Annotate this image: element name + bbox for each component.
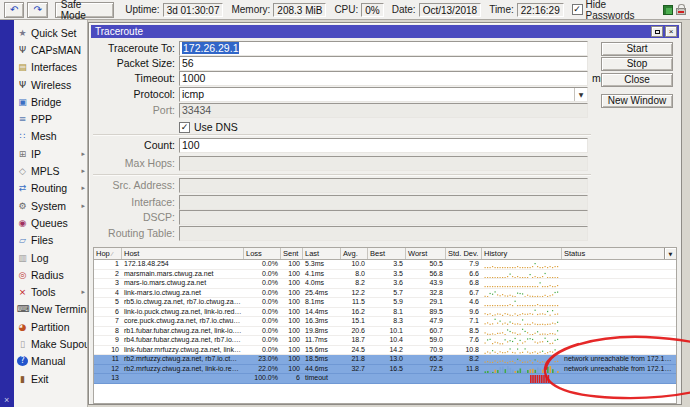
table-row-7[interactable]: 7core.puck.ctwug.za.net, rb7.io.ctwug.za… bbox=[94, 317, 676, 327]
table-row-6[interactable]: 6link-io.puck.ctwug.za.net, link-io.rede… bbox=[94, 308, 676, 318]
cell-host: marsmain.mars.ctwug.za.net bbox=[122, 270, 244, 279]
table-header: Hop∕HostLossSentLastAvg.BestWorstStd. De… bbox=[94, 248, 676, 260]
sidebar-item-ppp[interactable]: ≡PPP bbox=[14, 110, 87, 127]
use-dns-checkbox[interactable]: ✓ bbox=[179, 122, 190, 133]
new-window-button[interactable]: New Window bbox=[601, 94, 673, 108]
column-header-worst[interactable]: Worst bbox=[406, 248, 446, 259]
table-row-2[interactable]: 2marsmain.mars.ctwug.za.net0.0%1004.1ms8… bbox=[94, 270, 676, 280]
table-row-1[interactable]: 1172.18.48.2540.0%1005.3ms10.03.550.57.9 bbox=[94, 260, 676, 270]
stop-button[interactable]: Stop bbox=[601, 57, 673, 71]
timeout-input[interactable]: 1000 bbox=[179, 71, 588, 86]
hide-passwords-checkbox[interactable]: ✓ bbox=[572, 4, 583, 15]
sidebar-item-new-terminal[interactable]: ⌨New Terminal bbox=[14, 301, 87, 318]
workspace: Traceroute × Traceroute To: 172.26.29.1 … bbox=[88, 20, 690, 407]
cell-history bbox=[482, 346, 562, 355]
cell-history bbox=[482, 308, 562, 317]
redo-icon[interactable]: ↷ bbox=[27, 2, 47, 18]
sidebar-item-log[interactable]: ▥Log bbox=[14, 249, 87, 266]
sidebar-item-manual[interactable]: ?Manual bbox=[14, 353, 87, 370]
cell-worst: 65.2 bbox=[406, 355, 446, 364]
undo-icon[interactable]: ↶ bbox=[4, 2, 24, 18]
chevron-down-icon[interactable]: ▼ bbox=[574, 88, 587, 101]
start-button[interactable]: Start bbox=[601, 42, 673, 56]
sidebar-item-routing[interactable]: ⇄Routing▸ bbox=[14, 180, 87, 197]
traceroute-results-table: Hop∕HostLossSentLastAvg.BestWorstStd. De… bbox=[93, 247, 677, 404]
sidebar-item-quick-set[interactable]: ★Quick Set bbox=[14, 24, 87, 41]
sidebar-item-tools[interactable]: ×Tools▸ bbox=[14, 283, 87, 300]
cell-history bbox=[482, 336, 562, 345]
window-titlebar[interactable]: Traceroute × bbox=[91, 25, 679, 38]
cell-sent: 100 bbox=[281, 327, 303, 336]
table-row-12[interactable]: 12rb2.mrfuzzy.ctwug.za.net, link-io.rede… bbox=[94, 365, 676, 375]
sidebar-item-make-supout-rif[interactable]: ▯Make Supout.rif bbox=[14, 335, 87, 352]
column-header-history[interactable]: History bbox=[482, 248, 562, 259]
sidebar-item-interfaces[interactable]: ▤Interfaces bbox=[14, 59, 87, 76]
history-sparkline bbox=[484, 346, 560, 355]
sidebar-item-queues[interactable]: ◉Queues bbox=[14, 214, 87, 231]
column-header-best[interactable]: Best bbox=[368, 248, 406, 259]
sidebar-item-mpls[interactable]: ◇MPLS▸ bbox=[14, 162, 87, 179]
sidebar-item-partition[interactable]: ◕Partition bbox=[14, 318, 87, 335]
capsman-icon: Ψ bbox=[17, 45, 28, 55]
sidebar-item-capsman[interactable]: ΨCAPsMAN bbox=[14, 41, 87, 58]
cell-best: 8.1 bbox=[368, 308, 406, 317]
cell-best: 5.9 bbox=[368, 298, 406, 307]
table-row-10[interactable]: 10link-fubar.mrfuzzy.ctwug.za.net, link-… bbox=[94, 346, 676, 356]
close-icon[interactable]: × bbox=[665, 26, 677, 37]
sidebar-item-radius[interactable]: ◎Radius bbox=[14, 266, 87, 283]
cell-stddev: 6.7 bbox=[446, 289, 482, 298]
safe-mode-button[interactable]: Safe Mode bbox=[55, 2, 114, 18]
cell-last: 19.8ms bbox=[303, 327, 341, 336]
cell-avg: 21.8 bbox=[341, 355, 368, 364]
column-header-stddev[interactable]: Std. Dev. bbox=[446, 248, 482, 259]
protocol-dropdown[interactable]: icmp ▼ bbox=[179, 87, 588, 102]
interface-label: Interface: bbox=[91, 195, 175, 210]
cell-avg: 12.2 bbox=[341, 289, 368, 298]
sidebar-collapse-icon[interactable]: × bbox=[4, 396, 9, 405]
cell-host bbox=[122, 374, 244, 383]
table-row-8[interactable]: 8rb1.fubar.fubar.ctwug.za.net, link-io.r… bbox=[94, 327, 676, 337]
table-row-11[interactable]: 11rb2.mrfuzzy.ctwug.za.net, rb7.io.ctwug… bbox=[94, 355, 676, 365]
sidebar-item-files[interactable]: ▱Files bbox=[14, 232, 87, 249]
sidebar-item-bridge[interactable]: ▣Bridge bbox=[14, 93, 87, 110]
bridge-icon: ▣ bbox=[17, 97, 28, 107]
traceroute-to-input[interactable]: 172.26.29.1 bbox=[179, 41, 588, 56]
packet-size-input[interactable]: 56 bbox=[179, 56, 588, 71]
cell-loss: 0.0% bbox=[244, 279, 281, 288]
close-button[interactable]: Close bbox=[601, 73, 673, 87]
history-sparkline bbox=[484, 336, 560, 345]
cell-history bbox=[482, 270, 562, 279]
count-input[interactable]: 100 bbox=[179, 138, 588, 153]
restore-icon[interactable] bbox=[651, 26, 663, 37]
sidebar-item-label: Manual bbox=[31, 355, 65, 367]
cell-loss: 0.0% bbox=[244, 336, 281, 345]
cell-last: 8.1ms bbox=[303, 298, 341, 307]
cell-stddev: 6.6 bbox=[446, 270, 482, 279]
column-header-loss[interactable]: Loss bbox=[244, 248, 281, 259]
wireless-icon: Ψ bbox=[17, 80, 28, 90]
table-row-4[interactable]: 4link-mars.io.ctwug.za.net0.0%10025.4ms1… bbox=[94, 289, 676, 299]
table-row-3[interactable]: 3mars-io.mars.ctwug.za.net0.0%1004.0ms8.… bbox=[94, 279, 676, 289]
sidebar-item-ip[interactable]: ⊞IP▸ bbox=[14, 145, 87, 162]
cell-sent: 100 bbox=[281, 298, 303, 307]
table-row-13[interactable]: 13100.0%6timeout bbox=[94, 374, 676, 384]
sidebar-item-wireless[interactable]: ΨWireless bbox=[14, 76, 87, 93]
sidebar-item-system[interactable]: ⚙System▸ bbox=[14, 197, 87, 214]
table-row-5[interactable]: 5rb5.io.ctwug.za.net, rb7.io.ctwug.za.ne… bbox=[94, 298, 676, 308]
column-header-last[interactable]: Last bbox=[303, 248, 341, 259]
sidebar-item-exit[interactable]: ▮Exit bbox=[14, 370, 87, 387]
column-header-avg[interactable]: Avg. bbox=[341, 248, 368, 259]
cell-worst: 60.7 bbox=[406, 327, 446, 336]
ppp-icon: ≡ bbox=[17, 114, 28, 124]
table-row-9[interactable]: 9rb4.fubar.fubar.ctwug.za.net, rb7.io.ct… bbox=[94, 336, 676, 346]
column-filter-icon[interactable]: ▼ bbox=[664, 248, 676, 259]
sidebar-item-mesh[interactable]: ∷Mesh bbox=[14, 128, 87, 145]
column-header-status[interactable]: Status bbox=[562, 248, 676, 259]
cell-stddev: 7.1 bbox=[446, 317, 482, 326]
column-header-hop[interactable]: Hop∕ bbox=[94, 248, 122, 259]
cell-hop: 2 bbox=[94, 270, 122, 279]
history-sparkline bbox=[484, 279, 560, 288]
column-header-sent[interactable]: Sent bbox=[281, 248, 303, 259]
column-header-host[interactable]: Host bbox=[122, 248, 244, 259]
cell-worst: 43.9 bbox=[406, 279, 446, 288]
